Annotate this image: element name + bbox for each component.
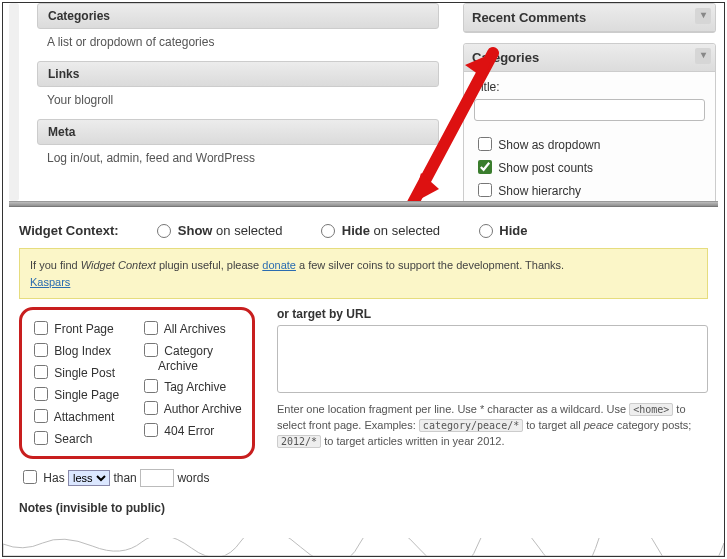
categories-title-input[interactable] <box>474 99 705 121</box>
target-url-label: or target by URL <box>277 307 708 321</box>
chk-category-archive[interactable]: Category <box>140 340 244 360</box>
torn-edge-decoration <box>3 538 724 556</box>
title-label: Title: <box>474 80 705 94</box>
context-header-row: Widget Context: Show on selected Hide on… <box>19 217 708 248</box>
chk-tag-archive[interactable]: Tag Archive <box>140 376 244 396</box>
collapse-icon[interactable]: ▾ <box>695 48 711 64</box>
context-heading: Widget Context: <box>19 223 119 238</box>
sidebar-widgets-column: Recent Comments ▾ Categories ▾ Title: Sh… <box>463 3 716 201</box>
collapse-icon[interactable]: ▾ <box>695 8 711 24</box>
chk-blog-index[interactable]: Blog Index <box>30 340 134 360</box>
widget-categories[interactable]: Categories A list or dropdown of categor… <box>37 3 439 51</box>
checkbox-show-hierarchy[interactable] <box>478 183 492 197</box>
widget-links[interactable]: Links Your blogroll <box>37 61 439 109</box>
widget-title: Links <box>37 61 439 87</box>
svg-marker-2 <box>413 173 439 201</box>
checkbox-show-post-counts[interactable] <box>478 160 492 174</box>
chk-search[interactable]: Search <box>30 428 134 448</box>
chk-all-archives[interactable]: All Archives <box>140 318 244 338</box>
radio-input[interactable] <box>479 224 493 238</box>
chk-404-error[interactable]: 404 Error <box>140 420 244 440</box>
chk-author-archive[interactable]: Author Archive <box>140 398 244 418</box>
checkbox-show-dropdown[interactable] <box>478 137 492 151</box>
widget-meta[interactable]: Meta Log in/out, admin, feed and WordPre… <box>37 119 439 167</box>
radio-hide[interactable]: Hide <box>474 221 528 238</box>
panel-title: Recent Comments <box>472 10 586 25</box>
chk-attachment[interactable]: Attachment <box>30 406 134 426</box>
page-type-checkbox-group: Front Page Blog Index Single Post Single… <box>19 307 255 459</box>
opt-show-hierarchy[interactable]: Show hierarchy <box>474 180 705 200</box>
chk-single-post[interactable]: Single Post <box>30 362 134 382</box>
panel-categories: Categories ▾ Title: Show as dropdown Sho… <box>463 43 716 201</box>
available-widgets-column: Categories A list or dropdown of categor… <box>9 3 439 177</box>
opt-show-dropdown[interactable]: Show as dropdown <box>474 134 705 154</box>
wordcount-value-input[interactable] <box>140 469 174 487</box>
target-url-hint: Enter one location fragment per line. Us… <box>277 402 708 450</box>
widget-desc: Log in/out, admin, feed and WordPress <box>37 145 439 167</box>
opt-show-post-counts[interactable]: Show post counts <box>474 157 705 177</box>
panel-title: Categories <box>472 50 539 65</box>
chk-single-page[interactable]: Single Page <box>30 384 134 404</box>
widget-context-section: Widget Context: Show on selected Hide on… <box>3 207 724 515</box>
target-url-textarea[interactable] <box>277 325 708 393</box>
chk-has-wordcount[interactable]: Has <box>19 471 65 485</box>
widget-desc: Your blogroll <box>37 87 439 109</box>
widget-title: Categories <box>37 3 439 29</box>
donate-notice: If you find Widget Context plugin useful… <box>19 248 708 299</box>
radio-show-on-selected[interactable]: Show on selected <box>152 221 282 238</box>
wordcount-row: Has less than words <box>19 467 255 487</box>
panel-recent-comments[interactable]: Recent Comments ▾ <box>463 3 716 33</box>
donate-link[interactable]: donate <box>262 259 296 271</box>
radio-hide-on-selected[interactable]: Hide on selected <box>316 221 440 238</box>
widget-title: Meta <box>37 119 439 145</box>
notes-label: Notes (invisible to public) <box>19 501 708 515</box>
wordcount-comparator-select[interactable]: less <box>68 470 110 486</box>
chk-front-page[interactable]: Front Page <box>30 318 134 338</box>
widget-desc: A list or dropdown of categories <box>37 29 439 51</box>
radio-input[interactable] <box>321 224 335 238</box>
author-link[interactable]: Kaspars <box>30 276 70 288</box>
radio-input[interactable] <box>157 224 171 238</box>
